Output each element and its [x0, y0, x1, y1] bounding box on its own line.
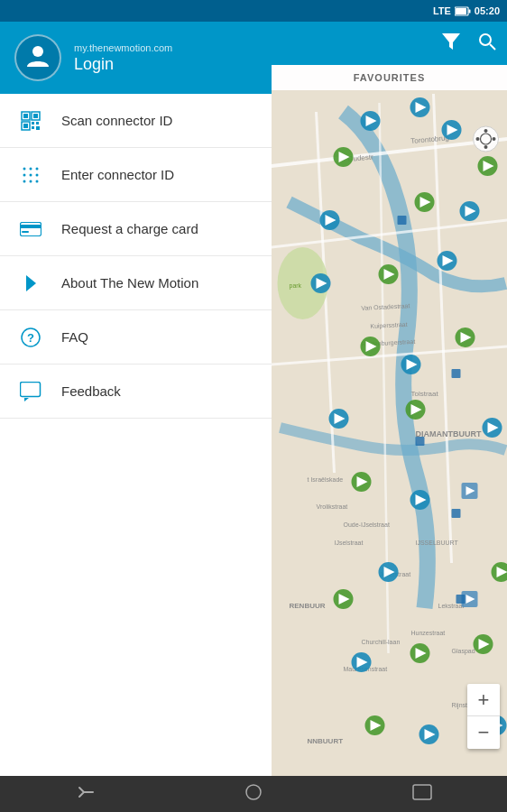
- svg-rect-33: [272, 22, 507, 776]
- home-button[interactable]: [244, 783, 263, 806]
- svg-marker-26: [26, 275, 36, 291]
- search-icon[interactable]: [478, 32, 496, 55]
- back-button[interactable]: [75, 784, 95, 805]
- grid-icon: [18, 162, 43, 188]
- card-icon: [18, 217, 43, 242]
- svg-rect-2: [456, 8, 466, 14]
- svg-point-20: [23, 180, 26, 182]
- comment-icon: [18, 379, 43, 404]
- svg-rect-134: [246, 785, 261, 799]
- clock: 05:20: [475, 5, 500, 16]
- svg-text:Lekstraat: Lekstraat: [438, 603, 465, 609]
- svg-rect-12: [32, 126, 34, 129]
- map-canvas: Oudestr Torontobrug Van Ostadestraat Kui…: [272, 22, 507, 776]
- signal-indicator: LTE: [433, 5, 451, 16]
- header-url: my.thenewmotion.com: [74, 42, 172, 53]
- svg-text:IJSSELBUURT: IJSSELBUURT: [416, 540, 459, 546]
- map-zoom-controls: + −: [467, 684, 500, 749]
- svg-rect-24: [20, 225, 41, 228]
- charge-card-label: Request a charge card: [61, 221, 198, 236]
- qr-icon: [18, 108, 43, 134]
- status-bar: LTE 05:20: [0, 0, 507, 22]
- svg-line-32: [490, 44, 495, 50]
- svg-marker-30: [442, 33, 460, 50]
- status-icons: LTE 05:20: [433, 5, 500, 16]
- svg-point-133: [476, 137, 480, 141]
- svg-rect-123: [398, 216, 407, 225]
- app-container: my.thenewmotion.com Login: [0, 22, 507, 776]
- svg-text:t Israëlskade: t Israëlskade: [308, 476, 344, 483]
- svg-rect-9: [23, 124, 28, 128]
- zoom-out-button[interactable]: −: [467, 716, 500, 749]
- svg-rect-11: [36, 122, 39, 125]
- svg-rect-126: [452, 509, 461, 518]
- svg-point-21: [30, 180, 32, 182]
- person-icon: [23, 42, 52, 75]
- faq-label: FAQ: [61, 329, 88, 345]
- svg-point-131: [493, 137, 496, 141]
- help-icon: ?: [18, 325, 43, 350]
- svg-rect-25: [22, 231, 29, 233]
- svg-text:Vrolikstraat: Vrolikstraat: [317, 503, 348, 510]
- nav-bar: [0, 776, 507, 812]
- scan-connector-label: Scan connector ID: [61, 113, 172, 128]
- header-login: Login: [74, 55, 172, 74]
- svg-text:IJselstraat: IJselstraat: [335, 540, 364, 546]
- svg-point-17: [23, 173, 26, 176]
- svg-point-130: [484, 129, 488, 133]
- svg-point-16: [36, 167, 39, 170]
- zoom-in-button[interactable]: +: [467, 684, 500, 716]
- svg-text:?: ?: [27, 331, 34, 345]
- svg-text:RENBUUR: RENBUUR: [290, 602, 326, 610]
- sidebar: my.thenewmotion.com Login: [0, 22, 272, 776]
- svg-text:Glaspad: Glaspad: [452, 648, 475, 655]
- svg-rect-7: [33, 114, 38, 118]
- svg-rect-124: [452, 369, 461, 378]
- svg-text:Churchill-laan: Churchill-laan: [362, 639, 401, 645]
- svg-text:Hunzestraat: Hunzestraat: [411, 630, 446, 636]
- svg-text:Oude-IJselstraat: Oude-IJselstraat: [344, 521, 390, 528]
- about-label: About The New Motion: [61, 275, 198, 291]
- svg-point-31: [480, 34, 491, 45]
- svg-rect-10: [32, 122, 34, 125]
- svg-rect-135: [413, 785, 431, 799]
- svg-rect-5: [23, 114, 28, 118]
- recents-button[interactable]: [412, 784, 432, 805]
- svg-rect-127: [456, 595, 466, 604]
- svg-text:NNBUURT: NNBUURT: [308, 737, 344, 745]
- svg-rect-23: [21, 222, 41, 235]
- filter-icon[interactable]: [442, 33, 460, 54]
- menu-item-feedback[interactable]: Feedback: [0, 364, 272, 419]
- enter-connector-label: Enter connector ID: [61, 167, 174, 182]
- svg-rect-29: [21, 382, 41, 396]
- menu-item-scan-connector[interactable]: Scan connector ID: [0, 94, 272, 148]
- sidebar-header[interactable]: my.thenewmotion.com Login: [0, 22, 272, 94]
- avatar: [14, 34, 61, 81]
- svg-text:park: park: [290, 282, 302, 290]
- svg-point-14: [23, 167, 26, 170]
- menu-item-about[interactable]: About The New Motion: [0, 256, 272, 310]
- menu-item-enter-connector[interactable]: Enter connector ID: [0, 148, 272, 202]
- favourites-tab[interactable]: FAVOURITES: [272, 65, 507, 90]
- map-area: FAVOURITES Oudestr: [272, 22, 507, 776]
- map-toolbar: [272, 22, 507, 65]
- svg-point-132: [484, 145, 488, 149]
- menu-item-charge-card[interactable]: Request a charge card: [0, 202, 272, 256]
- svg-rect-13: [36, 126, 40, 130]
- menu-items: Scan connector ID: [0, 94, 272, 776]
- svg-text:Tolstraat: Tolstraat: [411, 390, 439, 398]
- chevron-right-icon: [18, 271, 43, 296]
- feedback-label: Feedback: [61, 383, 121, 399]
- svg-point-3: [32, 46, 43, 57]
- svg-rect-1: [468, 9, 470, 13]
- header-info: my.thenewmotion.com Login: [74, 42, 172, 74]
- favourites-label: FAVOURITES: [354, 72, 425, 83]
- battery-icon: [455, 6, 471, 16]
- svg-rect-125: [416, 437, 425, 446]
- menu-item-faq[interactable]: ? FAQ: [0, 310, 272, 364]
- svg-text:DIAMANTBUURT: DIAMANTBUURT: [416, 429, 482, 438]
- svg-point-18: [30, 173, 32, 176]
- svg-point-19: [36, 173, 39, 176]
- svg-point-22: [36, 180, 39, 182]
- svg-point-15: [30, 167, 32, 170]
